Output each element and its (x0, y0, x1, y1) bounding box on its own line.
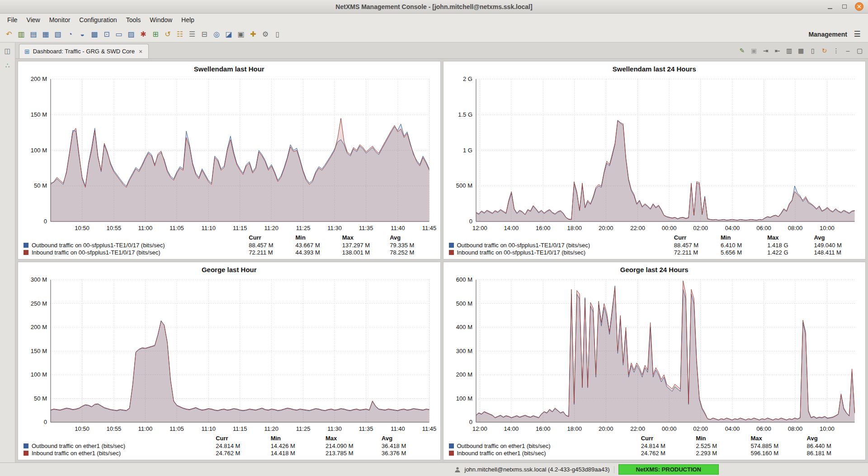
graph-line-icon[interactable]: ▤ (28, 29, 39, 40)
series-label: Inbound traffic on ether1 (bits/sec) (24, 450, 216, 457)
graph-area-icon[interactable]: ▦ (40, 29, 51, 40)
history-icon[interactable]: ↺ (162, 29, 173, 40)
restore-view-icon[interactable]: ▢ (855, 46, 864, 55)
add-view-icon[interactable]: ⊞ (150, 29, 161, 40)
series-stat: 5.656 M (721, 249, 767, 256)
menu-configuration[interactable]: Configuration (75, 14, 121, 25)
y-tick-label: 250 M (31, 300, 47, 307)
y-tick-label: 300 M (31, 276, 47, 283)
menu-view[interactable]: View (22, 14, 45, 25)
perf-graph-icon[interactable]: ▥ (16, 29, 27, 40)
legend-header-row: CurrMinMaxAvg (24, 435, 437, 443)
print-icon[interactable]: ▣ (236, 29, 246, 40)
x-tick-label: 11:00 (138, 225, 153, 231)
chart-title: George last Hour (22, 265, 437, 275)
close-button[interactable] (855, 2, 863, 11)
save-icon[interactable]: ▣ (749, 46, 759, 55)
object-tree-icon[interactable]: ∴ (3, 61, 13, 71)
y-tick-label: 200 M (456, 371, 472, 378)
minimize-button[interactable] (826, 3, 834, 11)
y-tick-label: 2 G (463, 75, 472, 82)
menubar: FileViewMonitorConfigurationToolsWindowH… (0, 14, 868, 26)
x-tick-label: 10:50 (75, 225, 90, 231)
graph-pie-icon[interactable]: ◔ (65, 29, 75, 40)
menu-monitor[interactable]: Monitor (45, 14, 75, 25)
editor-area: ⊞ Dashboard: Traffic - GRG & SWD Core × … (15, 42, 868, 462)
legend-header-max: Max (751, 435, 807, 443)
series-label: Inbound traffic on 00-sfpplus1-TE1/0/17 … (24, 249, 249, 256)
bar-chart-icon[interactable]: ▨ (126, 29, 137, 40)
series-label: Outbound traffic on 00-sfpplus1-TE1/0/17… (449, 242, 674, 249)
series-stat: 24.762 M (641, 450, 696, 457)
graph-stacked-icon[interactable]: ▩ (89, 29, 100, 40)
more-options-icon[interactable]: ⋮ (831, 46, 841, 55)
graph-text-icon[interactable]: ▭ (113, 29, 124, 40)
legend-header-curr: Curr (216, 435, 270, 443)
workbench-body: ◫∴ ⊞ Dashboard: Traffic - GRG & SWD Core… (0, 42, 868, 462)
narrow-view-icon[interactable]: ▯ (808, 46, 817, 55)
edit-mode-icon[interactable]: ✎ (737, 46, 747, 55)
series-swatch (449, 451, 454, 456)
series-stat: 574.885 M (751, 443, 807, 450)
x-tick-label: 11:40 (391, 425, 405, 432)
x-tick-label: 06:00 (756, 425, 771, 432)
chart-title: George last 24 Hours (447, 265, 862, 275)
graph-bar-icon[interactable]: ▧ (52, 29, 63, 40)
traffic-chart-george-hour: 300 M250 M200 M150 M100 M50 M010:5010:55… (22, 275, 437, 434)
legend-row: Inbound traffic on ether1 (bits/sec)24.7… (24, 450, 437, 457)
undo-icon[interactable]: ↶ (4, 29, 14, 40)
graph-scatter-icon[interactable]: ⊡ (101, 29, 112, 40)
pin-right-icon[interactable]: ⇥ (761, 46, 770, 55)
export-icon[interactable]: ◪ (223, 29, 234, 40)
tab-close-icon[interactable]: × (138, 48, 143, 55)
y-tick-label: 200 M (31, 324, 47, 330)
series-swatch (449, 443, 454, 448)
y-tick-label: 50 M (34, 395, 47, 402)
chart-title: Swellendam last 24 Hours (447, 64, 862, 75)
find-icon[interactable]: ◎ (211, 29, 222, 40)
legend-row: Outbound traffic on 00-sfpplus1-TE1/0/17… (24, 242, 437, 249)
traffic-chart-george-24h: 600 M500 M400 M300 M200 M100 M012:0014:0… (447, 275, 862, 434)
y-tick-label: 100 M (31, 147, 47, 154)
x-tick-label: 22:00 (630, 425, 645, 432)
list-view-icon[interactable]: ☰ (187, 29, 198, 40)
pin-left-icon[interactable]: ⇤ (773, 46, 782, 55)
maximize-button[interactable] (840, 3, 849, 11)
layout-columns-icon[interactable]: ▥ (784, 46, 794, 55)
layout-grid-icon[interactable]: ▦ (796, 46, 806, 55)
series-label: Outbound traffic on ether1 (bits/sec) (24, 443, 216, 450)
x-tick-label: 08:00 (788, 425, 802, 432)
minimize-view-icon[interactable]: – (843, 46, 853, 55)
perspective-label: Management (808, 31, 847, 38)
legend-row: Inbound traffic on 00-sfpplus1-TE1/0/17 … (449, 249, 862, 256)
series-stat: 137.297 M (342, 242, 390, 249)
network-map-icon[interactable]: ✱ (138, 29, 149, 40)
menu-file[interactable]: File (3, 14, 22, 25)
refresh-icon[interactable]: ↻ (820, 46, 829, 55)
tab-dashboard-traffic[interactable]: ⊞ Dashboard: Traffic - GRG & SWD Core × (19, 44, 149, 58)
legend-header-min: Min (271, 435, 326, 443)
settings-icon[interactable]: ⚙ (260, 29, 271, 40)
menu-window[interactable]: Window (145, 14, 177, 25)
copy-icon[interactable]: ⊟ (199, 29, 210, 40)
restore-editor-icon[interactable]: ◫ (3, 46, 13, 56)
data-table-icon[interactable]: ☷ (175, 29, 185, 40)
series-swatch (24, 443, 28, 448)
x-tick-label: 10:55 (107, 225, 122, 231)
statusbar: john.mitchell@netxms.ssk.local (4.2-433-… (0, 462, 868, 476)
menu-help[interactable]: Help (177, 14, 199, 25)
chart-panel-george-hour: George last Hour 300 M250 M200 M150 M100… (18, 262, 441, 460)
hamburger-menu-icon[interactable]: ☰ (852, 29, 863, 40)
legend-header-avg: Avg (390, 234, 436, 242)
x-tick-label: 16:00 (535, 425, 550, 432)
graph-gauge-icon[interactable]: ◒ (77, 29, 88, 40)
series-stat: 148.411 M (814, 249, 862, 256)
server-status-badge: NetXMS: PRODUCTION (618, 464, 719, 475)
main-toolbar: ↶▥▤▦▧◔◒▩⊡▭▨✱⊞↺☷☰⊟◎◪▣✚⚙▯ Management ☰ (0, 26, 868, 42)
script-icon[interactable]: ▯ (272, 29, 283, 40)
chart-legend: CurrMinMaxAvgOutbound traffic on 00-sfpp… (449, 234, 862, 256)
dashboard-icon: ⊞ (24, 48, 30, 55)
menu-tools[interactable]: Tools (122, 14, 146, 25)
plus-icon[interactable]: ✚ (248, 29, 259, 40)
x-tick-label: 11:35 (359, 225, 373, 231)
